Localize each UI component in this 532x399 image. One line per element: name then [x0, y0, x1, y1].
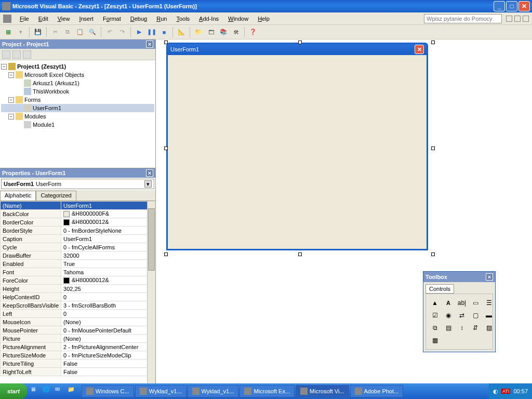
property-row[interactable]: Picture(None): [1, 335, 155, 343]
tree-excel-objects[interactable]: Microsoft Excel Objects: [24, 72, 84, 78]
help-icon[interactable]: ❓: [248, 27, 258, 37]
menu-addins[interactable]: Add-Ins: [195, 15, 223, 23]
toggle-folders-icon[interactable]: [23, 50, 31, 59]
image-tool-icon[interactable]: ▨: [483, 322, 495, 334]
property-row[interactable]: HelpContextID0: [1, 293, 155, 301]
property-value[interactable]: UserForm1: [61, 235, 155, 243]
taskbar-task[interactable]: Wyklad_v1...: [188, 385, 239, 397]
tabstrip-tool-icon[interactable]: ⧉: [429, 322, 441, 334]
property-value[interactable]: 0 - fmBorderStyleNone: [61, 227, 155, 235]
properties-grid[interactable]: (Name)UserForm1BackColor&H8000000F&Borde…: [0, 201, 155, 383]
cut-icon[interactable]: ✂: [50, 27, 60, 37]
reset-icon[interactable]: ■: [159, 27, 169, 37]
ql-icon[interactable]: ✉: [55, 386, 65, 396]
redo-icon[interactable]: ↷: [117, 27, 127, 37]
toolbox-window[interactable]: Toolbox× Controls ▲ A ab| ▭ ☰ ☑ ◉ ⇄ ▢ ▬ …: [423, 271, 496, 352]
resize-handle[interactable]: [431, 147, 435, 150]
property-value[interactable]: &H8000000F&: [61, 210, 155, 218]
mdi-restore-icon[interactable]: [514, 16, 521, 22]
property-row[interactable]: Cycle0 - fmCycleAllForms: [1, 243, 155, 251]
scrollbar-tool-icon[interactable]: ↕: [456, 322, 468, 334]
tray-ati-icon[interactable]: ATI: [501, 389, 510, 394]
property-row[interactable]: DrawBuffer32000: [1, 251, 155, 260]
system-tray[interactable]: ◐ ATI 00:57: [489, 383, 532, 399]
expand-icon[interactable]: −: [8, 114, 14, 119]
toolbox-tab-controls[interactable]: Controls: [425, 284, 454, 294]
start-button[interactable]: start: [0, 383, 27, 399]
property-value[interactable]: (None): [61, 335, 155, 343]
property-value[interactable]: 0 - fmPictureSizeModeClip: [61, 351, 155, 360]
tab-alphabetic[interactable]: Alphabetic: [0, 191, 36, 201]
resize-handle[interactable]: [431, 41, 435, 44]
expand-icon[interactable]: −: [8, 97, 14, 103]
property-value[interactable]: 302,25: [61, 285, 155, 293]
property-row[interactable]: CaptionUserForm1: [1, 235, 155, 243]
checkbox-tool-icon[interactable]: ☑: [429, 310, 441, 321]
property-value[interactable]: 0: [61, 293, 155, 301]
menu-view[interactable]: View: [54, 15, 74, 23]
ql-icon[interactable]: 🖥: [30, 386, 41, 396]
insert-dropdown-icon[interactable]: ▾: [16, 27, 26, 37]
resize-handle[interactable]: [164, 41, 168, 44]
menu-format[interactable]: Format: [99, 15, 125, 23]
resize-handle[interactable]: [298, 41, 302, 44]
userform-designer[interactable]: UserForm1 ✕: [166, 43, 428, 250]
resize-handle[interactable]: [164, 147, 168, 150]
property-row[interactable]: BorderStyle0 - fmBorderStyleNone: [1, 227, 155, 235]
property-row[interactable]: EnabledTrue: [1, 260, 155, 268]
menu-tools[interactable]: Tools: [172, 15, 194, 23]
ql-icon[interactable]: 📁: [68, 386, 78, 396]
taskbar-task[interactable]: Adobe Phot...: [350, 385, 404, 397]
excel-icon[interactable]: ▦: [3, 27, 14, 37]
tree-userform[interactable]: UserForm1: [33, 105, 61, 111]
form-client-area[interactable]: [166, 55, 428, 250]
commandbutton-tool-icon[interactable]: ▬: [483, 310, 495, 321]
property-value[interactable]: &H80000012&: [61, 218, 155, 227]
design-mode-icon[interactable]: 📐: [176, 27, 187, 37]
tree-project[interactable]: Project1 (Zeszyt1): [17, 63, 66, 70]
taskbar-task[interactable]: Wyklad_v1...: [135, 385, 187, 397]
paste-icon[interactable]: 📋: [75, 27, 85, 37]
label-tool-icon[interactable]: A: [443, 297, 454, 309]
toolbox-close-icon[interactable]: ×: [486, 273, 493, 281]
props-scrollbar[interactable]: [147, 201, 155, 383]
tab-categorized[interactable]: Categorized: [36, 191, 76, 201]
project-pane-close-icon[interactable]: ×: [146, 41, 153, 48]
scrollbar-thumb[interactable]: [148, 208, 155, 271]
refedit-tool-icon[interactable]: ▦: [429, 335, 441, 346]
property-row[interactable]: ForeColor&H80000012&: [1, 276, 155, 285]
tree-workbook[interactable]: ThisWorkbook: [33, 88, 69, 95]
close-button[interactable]: ✕: [518, 1, 530, 11]
property-row[interactable]: PictureTilingFalse: [1, 360, 155, 368]
mdi-minimize-icon[interactable]: [506, 16, 512, 22]
copy-icon[interactable]: ⧉: [62, 27, 73, 37]
undo-icon[interactable]: ↶: [104, 27, 115, 37]
textbox-tool-icon[interactable]: ab|: [456, 297, 468, 309]
property-row[interactable]: Height302,25: [1, 285, 155, 293]
property-row[interactable]: PictureSizeMode0 - fmPictureSizeModeClip: [1, 351, 155, 360]
property-value[interactable]: 2 - fmPictureAlignmentCenter: [61, 343, 155, 351]
property-value[interactable]: (None): [61, 318, 155, 326]
properties-window-icon[interactable]: 🗔: [206, 27, 216, 37]
property-value[interactable]: 0 - fmMousePointerDefault: [61, 326, 155, 335]
view-code-icon[interactable]: [2, 50, 10, 59]
property-row[interactable]: PictureAlignment2 - fmPictureAlignmentCe…: [1, 343, 155, 351]
expand-icon[interactable]: −: [8, 72, 14, 78]
property-row[interactable]: KeepScrollBarsVisible3 - fmScrollBarsBot…: [1, 301, 155, 310]
property-value[interactable]: Tahoma: [61, 268, 155, 276]
property-value[interactable]: False: [61, 360, 155, 368]
dropdown-icon[interactable]: ▾: [144, 180, 152, 188]
frame-tool-icon[interactable]: ▢: [470, 310, 481, 321]
resize-handle[interactable]: [298, 252, 302, 256]
menu-edit[interactable]: Edit: [34, 15, 52, 23]
resize-handle[interactable]: [164, 252, 168, 256]
taskbar-task[interactable]: Windows C...: [82, 385, 134, 397]
pointer-tool-icon[interactable]: ▲: [429, 297, 441, 309]
props-pane-close-icon[interactable]: ×: [146, 169, 153, 177]
tree-forms[interactable]: Forms: [24, 97, 41, 103]
property-row[interactable]: RightToLeftFalse: [1, 368, 155, 376]
mdi-close-icon[interactable]: [523, 16, 529, 22]
tree-modules[interactable]: Modules: [24, 113, 46, 119]
optionbutton-tool-icon[interactable]: ◉: [443, 310, 454, 321]
tray-icon[interactable]: ◐: [493, 388, 498, 395]
